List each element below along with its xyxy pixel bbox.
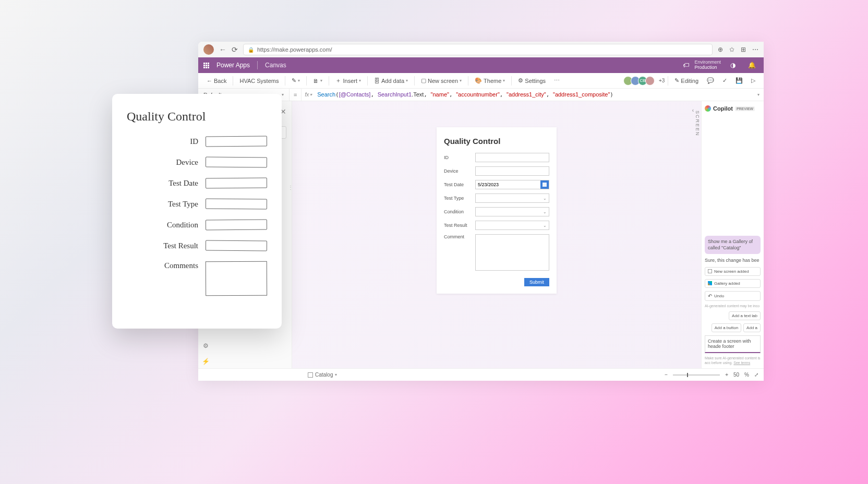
play-icon[interactable]: ▷ — [748, 76, 758, 86]
change-chip-screen[interactable]: New screen added — [705, 267, 761, 276]
zoom-slider[interactable] — [673, 374, 720, 376]
sketch-testdate-label: Test Date — [127, 179, 198, 188]
sketch-card: Quality Control ID Device Test Date Test… — [112, 94, 282, 329]
check-icon[interactable]: ✓ — [719, 76, 730, 86]
formula-bar: Default▾ = fx ▾ Search([@Contacts], Sear… — [198, 89, 764, 101]
app-name: Power Apps — [216, 62, 250, 69]
editing-mode[interactable]: ✎ Editing — [671, 76, 702, 86]
test-result-select[interactable]: ⌄ — [475, 221, 549, 230]
calendar-icon[interactable] — [540, 180, 549, 189]
catalog-checkbox[interactable] — [308, 372, 313, 378]
sketch-comments-label: Comments — [127, 261, 198, 270]
test-type-label: Test Type — [444, 196, 471, 201]
copilot-footer-note: Make sure AI-generated content is acc be… — [705, 356, 761, 365]
suggestion-chip-2[interactable]: Add a button — [712, 323, 741, 332]
browser-refresh-icon[interactable]: ⟳ — [232, 45, 238, 54]
collaborator-avatars[interactable]: CB — [625, 76, 655, 86]
env-label: Environment — [694, 60, 721, 65]
sketch-title: Quality Control — [127, 110, 267, 124]
environment-icon[interactable]: 🏷 — [683, 62, 689, 69]
theme-button[interactable]: 🎨 Theme ▾ — [472, 76, 508, 86]
formula-expand-icon[interactable]: ▾ — [753, 92, 764, 97]
url-bar[interactable]: 🔒 https://make.powerapps.com/ — [243, 44, 713, 55]
sketch-testdate-input — [206, 177, 267, 188]
app-launcher-icon[interactable] — [203, 63, 209, 68]
zoom-value: 50 — [733, 372, 739, 378]
browser-window: ← ⟳ 🔒 https://make.powerapps.com/ ⊕ ✩ ⊞ … — [198, 42, 764, 381]
sketch-testtype-label: Test Type — [127, 200, 198, 209]
help-icon[interactable]: ◑ — [726, 58, 740, 72]
back-button[interactable]: ← Back — [203, 76, 230, 86]
condition-select[interactable]: ⌄ — [475, 207, 549, 216]
workspace: ✕ ⋮ ⚙ ⚡ ‹ SCREEN Quality Control ID Devi… — [198, 101, 764, 368]
toolbar: ← Back HVAC Systems ✎ ▾ 🗎 ▾ ＋ Insert ▾ 🗄… — [198, 73, 764, 89]
copilot-pane: Copilot PREVIEW Show me a Gallery of cal… — [701, 101, 764, 368]
notifications-icon[interactable]: 🔔 — [745, 58, 758, 72]
test-type-select[interactable]: ⌄ — [475, 193, 549, 203]
comment-textarea[interactable] — [475, 234, 549, 271]
read-aloud-icon[interactable]: ⊕ — [718, 46, 723, 53]
browser-more-icon[interactable]: ⋯ — [752, 46, 758, 53]
sketch-id-input — [206, 136, 267, 147]
fx-icon[interactable]: fx ▾ — [302, 92, 315, 98]
comment-label: Comment — [444, 234, 471, 239]
equals-sign: = — [290, 89, 302, 101]
toolbar-more-icon[interactable]: ⋯ — [551, 76, 563, 86]
settings-button[interactable]: ⚙ Settings — [515, 76, 549, 86]
copilot-input[interactable]: Create a screen with heade footer — [705, 335, 761, 353]
more-collaborators[interactable]: +3 — [659, 78, 665, 83]
sketch-condition-input — [206, 219, 267, 230]
sketch-device-label: Device — [127, 158, 198, 167]
status-bar: Catalog ▾ − + 50 % ⤢ — [198, 368, 764, 381]
undo-chip[interactable]: Undo — [705, 291, 761, 301]
collections-icon[interactable]: ⊞ — [741, 46, 746, 53]
browser-bar: ← ⟳ 🔒 https://make.powerapps.com/ ⊕ ✩ ⊞ … — [198, 42, 764, 57]
favorite-icon[interactable]: ✩ — [729, 46, 734, 53]
settings-gear-icon[interactable]: ⚙ — [203, 342, 209, 349]
change-chip-gallery[interactable]: Gallery added — [705, 279, 761, 288]
file-icon[interactable]: 🗎 ▾ — [310, 76, 326, 86]
sketch-id-label: ID — [127, 137, 198, 146]
insert-button[interactable]: ＋ Insert ▾ — [332, 75, 364, 86]
tools-icon[interactable]: ⚡ — [202, 358, 210, 365]
test-result-label: Test Result — [444, 223, 471, 228]
sketch-condition-label: Condition — [127, 221, 198, 229]
device-input[interactable] — [475, 166, 549, 176]
form-title: Quality Control — [444, 137, 549, 146]
page-name: Canvas — [265, 62, 286, 69]
zoom-out-icon[interactable]: − — [665, 372, 668, 378]
add-data-button[interactable]: 🗄 Add data ▾ — [371, 76, 411, 86]
design-canvas[interactable]: ‹ SCREEN Quality Control ID Device Test … — [292, 101, 701, 368]
zoom-in-icon[interactable]: + — [725, 372, 728, 378]
zoom-unit: % — [744, 372, 749, 378]
condition-label: Condition — [444, 209, 471, 214]
id-input[interactable] — [475, 153, 549, 162]
copilot-logo-icon — [705, 105, 711, 112]
fit-screen-icon[interactable]: ⤢ — [754, 372, 758, 378]
test-date-input[interactable]: 5/23/2023 — [475, 180, 549, 189]
see-terms-link[interactable]: See terms — [733, 361, 750, 365]
screen-tab-label[interactable]: SCREEN — [694, 107, 701, 140]
copilot-ai-message: Sure, this change has bee — [705, 257, 761, 264]
project-name[interactable]: HVAC Systems — [236, 76, 282, 86]
env-name[interactable]: Production — [694, 65, 721, 70]
profile-avatar[interactable] — [203, 44, 214, 55]
edit-pencil-icon[interactable]: ✎ ▾ — [288, 76, 303, 86]
url-text: https://make.powerapps.com/ — [257, 46, 332, 53]
preview-badge: PREVIEW — [735, 106, 755, 111]
catalog-chevron-icon[interactable]: ▾ — [335, 372, 337, 377]
id-label: ID — [444, 155, 471, 160]
submit-button[interactable]: Submit — [524, 278, 549, 286]
browser-back-icon[interactable]: ← — [219, 45, 226, 54]
save-icon[interactable]: 💾 — [732, 76, 746, 86]
formula-input[interactable]: Search([@Contacts], SearchInput1.Text, "… — [315, 91, 753, 98]
catalog-label[interactable]: Catalog — [315, 372, 333, 378]
ai-disclaimer: AI-generated content may be inco — [705, 304, 761, 308]
new-screen-button[interactable]: ▢ New screen ▾ — [418, 76, 465, 86]
suggestion-chip-3[interactable]: Add a — [743, 323, 761, 332]
copilot-title: Copilot — [713, 105, 733, 112]
sketch-device-input — [206, 157, 267, 168]
suggestion-chip-1[interactable]: Add a text lab — [729, 311, 761, 320]
lock-icon: 🔒 — [248, 47, 254, 53]
comment-icon[interactable]: 💬 — [704, 76, 717, 86]
